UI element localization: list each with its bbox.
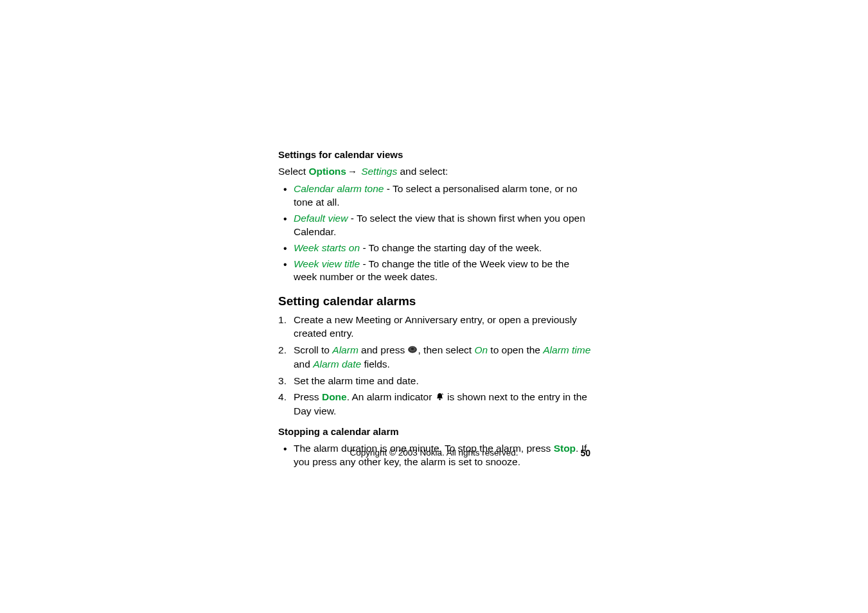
step-text: and press — [359, 344, 408, 355]
list-item: Week starts on - To change the starting … — [278, 242, 593, 255]
on-link: On — [474, 344, 488, 355]
options-link: Options — [308, 166, 346, 177]
step-text: fields. — [361, 359, 390, 369]
item-label: Week starts on — [294, 242, 360, 253]
page-number: 50 — [580, 448, 590, 458]
item-label: Week view title — [294, 258, 360, 269]
item-desc: - To change the starting day of the week… — [360, 242, 542, 253]
step-text: to open the — [488, 344, 543, 355]
item-label: Default view — [294, 213, 348, 224]
joystick-icon — [408, 344, 417, 358]
select-line: Select Options→ Settings and select: — [278, 165, 593, 179]
stopping-alarm-heading: Stopping a calendar alarm — [278, 426, 593, 437]
list-item: Week view title - To change the title of… — [278, 258, 593, 285]
step-text: . An alarm indicator — [347, 391, 435, 402]
page-content: Settings for calendar views Select Optio… — [278, 149, 593, 478]
list-item: Default view - To select the view that i… — [278, 212, 593, 239]
done-link: Done — [322, 391, 347, 402]
step-item: Set the alarm time and date. — [278, 375, 593, 388]
alarmdate-link: Alarm date — [313, 359, 361, 369]
setting-alarms-heading: Setting calendar alarms — [278, 294, 593, 308]
bell-icon — [436, 391, 444, 405]
step-item: Create a new Meeting or Anniversary entr… — [278, 314, 593, 341]
step-text: Press — [294, 391, 322, 402]
arrow-icon: → — [346, 166, 361, 177]
item-label: Calendar alarm tone — [294, 183, 384, 194]
copyright-footer: Copyright © 2003 Nokia. All rights reser… — [0, 448, 868, 458]
step-item: Press Done. An alarm indicator is shown … — [278, 391, 593, 418]
svg-point-2 — [411, 348, 414, 350]
steps-list: Create a new Meeting or Anniversary entr… — [278, 314, 593, 418]
step-text: Scroll to — [294, 344, 332, 355]
step-item: Scroll to Alarm and press , then select … — [278, 344, 593, 371]
alarmtime-link: Alarm time — [543, 344, 590, 355]
select-prefix: Select — [278, 166, 308, 177]
step-text: and — [294, 359, 313, 369]
settings-views-heading: Settings for calendar views — [278, 149, 593, 160]
list-item: Calendar alarm tone - To select a person… — [278, 182, 593, 209]
step-text: , then select — [418, 344, 474, 355]
svg-point-3 — [439, 398, 441, 400]
alarm-link: Alarm — [332, 344, 358, 355]
settings-link: Settings — [361, 166, 397, 177]
and-select: and select: — [397, 166, 448, 177]
settings-list: Calendar alarm tone - To select a person… — [278, 182, 593, 284]
